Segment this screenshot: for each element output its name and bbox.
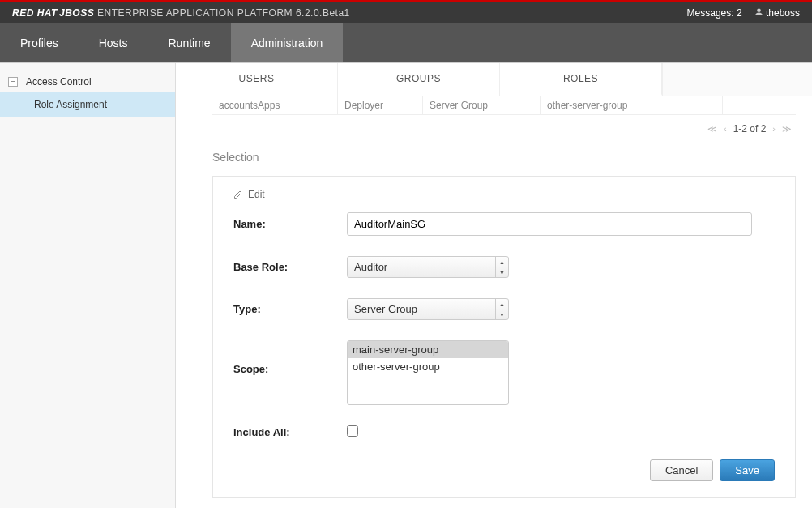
subtabs: USERS GROUPS ROLES [176,63,812,96]
scope-option[interactable]: other-server-group [348,358,508,375]
section-title: Selection [212,151,796,164]
pager-first-icon[interactable]: ≪ [707,124,717,134]
pager-last-icon[interactable]: ≫ [782,124,792,134]
save-button[interactable]: Save [720,459,775,481]
brand: RED HATJBOSS ENTERPRISE APPLICATION PLAT… [12,7,350,19]
scope-option[interactable]: main-server-group [348,341,508,358]
table-row[interactable]: accountsApps Deployer Server Group other… [212,96,796,115]
pager-prev-icon[interactable]: ‹ [724,124,727,134]
baserole-select[interactable]: Auditor ▲▼ [347,256,509,278]
pager-text: 1-2 of 2 [733,123,767,134]
form-panel: Edit Name: Base Role: Auditor ▲▼ [212,176,796,498]
cell-type: Server Group [423,96,541,114]
subtab-groups[interactable]: GROUPS [338,63,500,96]
nav-tab-administration[interactable]: Administration [231,23,344,62]
cell-name: accountsApps [212,96,338,114]
edit-label: Edit [248,189,265,200]
app-header: RED HATJBOSS ENTERPRISE APPLICATION PLAT… [0,2,812,23]
label-includeall: Include All: [233,426,347,438]
includeall-checkbox[interactable] [347,425,358,437]
type-value: Server Group [348,299,495,319]
sidebar: − Access Control Role Assignment [0,63,176,508]
tree-item-role-assignment[interactable]: Role Assignment [0,92,175,117]
label-name: Name: [233,218,347,230]
brand-redhat: RED HAT [12,7,58,19]
scope-listbox[interactable]: main-server-group other-server-group [347,340,509,405]
messages-link[interactable]: Messages: 2 [687,7,742,19]
tree-collapse-icon[interactable]: − [8,77,18,87]
cell-actions [723,96,796,114]
edit-link[interactable]: Edit [233,189,775,200]
cell-scope: other-server-group [541,96,723,114]
stepper-icon: ▲▼ [495,299,508,319]
subtab-users[interactable]: USERS [176,63,338,96]
type-select[interactable]: Server Group ▲▼ [347,298,509,320]
nav-tab-profiles[interactable]: Profiles [0,23,79,62]
user-icon [754,7,763,16]
edit-icon [233,190,243,199]
cell-baserole: Deployer [338,96,423,114]
svg-point-0 [757,8,761,12]
subtab-roles[interactable]: ROLES [500,63,662,96]
baserole-value: Auditor [348,257,495,277]
tree-label: Access Control [26,76,92,88]
label-scope: Scope: [233,340,347,375]
label-baserole: Base Role: [233,261,347,273]
user-menu[interactable]: theboss [754,7,800,19]
nav-tab-hosts[interactable]: Hosts [79,23,148,62]
main-nav: Profiles Hosts Runtime Administration [0,23,812,63]
tree-item-access-control[interactable]: − Access Control [0,71,175,92]
pager: ≪ ‹ 1-2 of 2 › ≫ [212,115,796,143]
brand-eap: ENTERPRISE APPLICATION PLATFORM [94,7,296,19]
label-type: Type: [233,303,347,315]
brand-version: 6.2.0.Beta1 [296,7,350,19]
stepper-icon: ▲▼ [495,257,508,277]
brand-jboss: JBOSS [59,7,94,19]
pager-next-icon[interactable]: › [772,124,776,134]
cancel-button[interactable]: Cancel [650,459,713,481]
nav-tab-runtime[interactable]: Runtime [147,23,230,62]
name-input[interactable] [347,212,752,236]
username-label: theboss [766,7,800,19]
